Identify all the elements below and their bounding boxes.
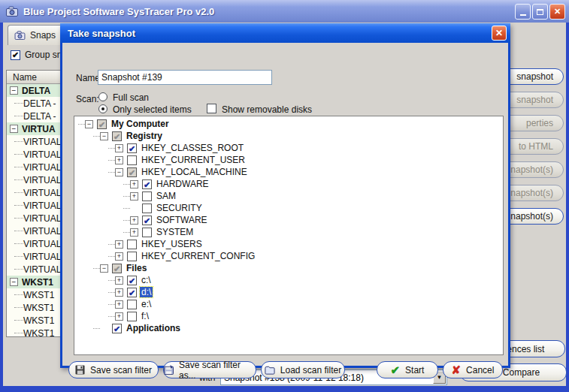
snapshot-name-input[interactable] <box>98 70 272 85</box>
node-checkbox[interactable] <box>112 324 122 333</box>
tree-line <box>108 256 115 257</box>
expand-toggle-icon[interactable] <box>115 300 123 309</box>
expand-toggle-icon[interactable] <box>130 216 138 225</box>
tree-line <box>14 205 23 206</box>
tree-node[interactable]: SECURITY <box>74 202 503 214</box>
tree-node[interactable]: HKEY_CURRENT_USER <box>74 154 503 166</box>
tree-node[interactable]: Applications <box>74 322 503 334</box>
node-checkbox[interactable] <box>127 240 137 249</box>
node-checkbox[interactable] <box>142 191 152 201</box>
load-scan-filter-button[interactable]: Load scan filter <box>261 361 345 378</box>
expand-toggle-icon[interactable] <box>130 192 138 201</box>
node-checkbox[interactable] <box>142 179 152 189</box>
radio-only-selected[interactable] <box>98 104 107 113</box>
expand-toggle-icon[interactable] <box>115 156 123 164</box>
tree-node[interactable]: HKEY_CURRENT_CONFIG <box>74 250 503 262</box>
expand-toggle-icon[interactable] <box>115 252 123 261</box>
tab-snapshots[interactable]: Snaps <box>8 25 65 45</box>
tree-node-label: HKEY_CLASSES_ROOT <box>140 143 245 153</box>
save-scan-filter-button[interactable]: Save scan filter <box>68 361 159 378</box>
save-as-icon <box>164 365 174 375</box>
tree-node[interactable]: My Computer <box>74 118 503 130</box>
tree-node[interactable]: HKEY_LOCAL_MACHINE <box>74 166 503 178</box>
window-titlebar: Blue Project Software SysTracer Pro v2.0… <box>0 0 569 23</box>
snapshot-row-label: VIRTUAL <box>23 213 61 224</box>
folder-icon <box>265 366 275 375</box>
tree-node[interactable]: e:\ <box>74 298 503 310</box>
expand-toggle-icon[interactable] <box>115 276 123 285</box>
collapse-icon[interactable]: − <box>10 125 18 133</box>
expand-toggle-icon[interactable] <box>85 120 93 128</box>
expand-toggle-icon[interactable] <box>100 264 108 273</box>
cancel-button-label: Cancel <box>466 365 494 375</box>
maximize-button[interactable] <box>532 4 548 20</box>
name-label: Name <box>76 73 100 83</box>
node-checkbox[interactable] <box>97 119 107 129</box>
tree-node-label: Applications <box>125 323 182 333</box>
tree-node[interactable]: HARDWARE <box>74 178 503 190</box>
tree-node[interactable]: Files <box>74 262 503 274</box>
save-scan-filter-as-button[interactable]: Save scan filter as... <box>163 361 256 378</box>
tree-node[interactable]: SYSTEM <box>74 226 503 238</box>
snapshot-row-label: WKST1 <box>23 315 54 326</box>
expand-toggle-icon[interactable] <box>115 312 123 321</box>
tree-line <box>108 316 115 317</box>
take-snapshot-dialog: Take snapshot ✕ Name Scan: Full scan Onl… <box>60 23 510 368</box>
snapshot-row-label: VIRTUAL <box>23 188 61 198</box>
tree-line <box>93 268 100 269</box>
node-checkbox[interactable] <box>127 143 137 153</box>
start-button[interactable]: ✔ Start <box>377 361 438 378</box>
tree-line <box>78 124 85 125</box>
show-removable-checkbox[interactable] <box>207 104 216 113</box>
expand-toggle-icon[interactable] <box>130 228 138 237</box>
snapshot-row-label: WKST1 <box>23 328 54 338</box>
tree-node[interactable]: d:\ <box>74 286 503 298</box>
tree-node[interactable]: SOFTWARE <box>74 214 503 226</box>
tree-node[interactable]: HKEY_USERS <box>74 238 503 250</box>
tree-node[interactable]: c:\ <box>74 274 503 286</box>
expand-toggle-icon[interactable] <box>115 240 123 249</box>
radio-full-scan[interactable] <box>98 92 107 101</box>
tree-node-label: d:\ <box>140 287 153 297</box>
node-checkbox[interactable] <box>127 155 137 165</box>
window-title: Blue Project Software SysTracer Pro v2.0 <box>23 6 214 17</box>
node-checkbox[interactable] <box>142 216 152 225</box>
expand-toggle-icon[interactable] <box>115 144 123 152</box>
tree-node[interactable]: SAM <box>74 190 503 202</box>
expand-toggle-icon[interactable] <box>100 132 108 140</box>
tree-node[interactable]: HKEY_CLASSES_ROOT <box>74 142 503 154</box>
cancel-button[interactable]: ✘ Cancel <box>443 361 503 378</box>
side-button-label: snapshot <box>516 71 553 82</box>
node-checkbox[interactable] <box>127 312 137 321</box>
snapshot-row-label: VIRTUA <box>22 124 56 134</box>
expand-toggle-icon[interactable] <box>115 288 123 297</box>
node-checkbox[interactable] <box>127 288 137 297</box>
expand-toggle-icon[interactable] <box>130 180 138 188</box>
minimize-button[interactable] <box>515 4 531 20</box>
snapshot-row-label: VIRTUAL <box>23 201 61 211</box>
tree-line <box>14 141 23 142</box>
save-scan-filter-label: Save scan filter <box>90 365 152 375</box>
dialog-close-button[interactable]: ✕ <box>492 26 507 41</box>
start-button-label: Start <box>405 365 424 375</box>
node-checkbox[interactable] <box>127 252 137 261</box>
expand-toggle-icon[interactable] <box>115 168 123 176</box>
tree-line <box>14 269 23 270</box>
node-checkbox[interactable] <box>127 276 137 285</box>
tree-line <box>123 220 130 221</box>
node-checkbox[interactable] <box>127 167 137 177</box>
collapse-icon[interactable]: − <box>10 86 18 95</box>
node-checkbox[interactable] <box>142 228 152 237</box>
tree-node[interactable]: Registry <box>74 130 503 142</box>
tree-line <box>14 218 23 219</box>
close-button[interactable]: ✕ <box>549 4 565 20</box>
tree-node[interactable]: f:\ <box>74 310 503 322</box>
node-checkbox[interactable] <box>142 204 152 213</box>
node-checkbox[interactable] <box>112 131 122 141</box>
group-snapshots-checkbox[interactable]: ✔ Group sna <box>11 50 67 60</box>
checkbox-checked-icon: ✔ <box>11 50 20 60</box>
collapse-icon[interactable]: − <box>10 278 18 286</box>
tree-line <box>14 167 23 167</box>
node-checkbox[interactable] <box>112 264 122 273</box>
node-checkbox[interactable] <box>127 300 137 309</box>
